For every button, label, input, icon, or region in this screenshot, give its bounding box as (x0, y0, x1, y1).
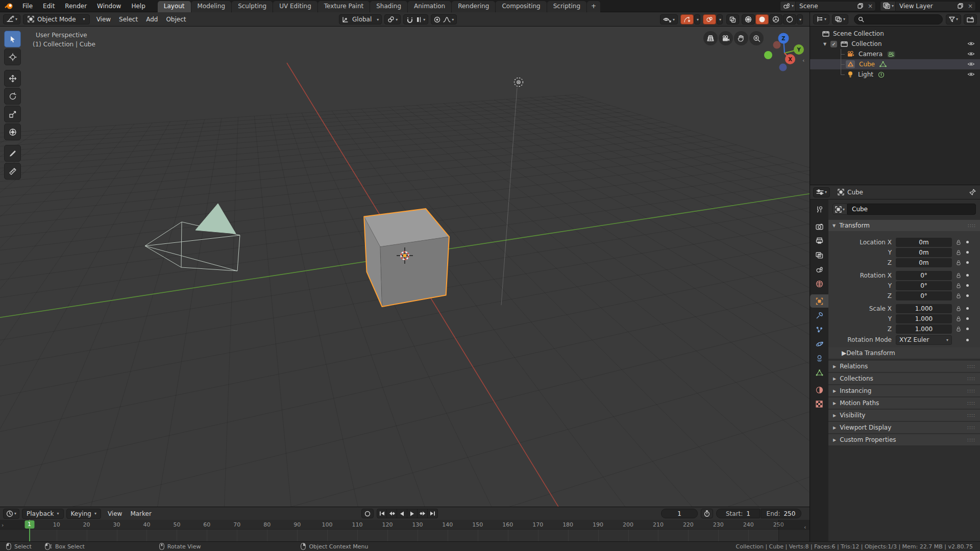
shading-solid-button[interactable] (755, 14, 769, 24)
overlays-dropdown[interactable]: ▾ (717, 14, 723, 24)
viewport-menu-view[interactable]: View (92, 16, 115, 23)
new-scene-icon[interactable] (855, 2, 865, 11)
tab-output[interactable] (810, 234, 828, 247)
lock-icon[interactable] (955, 272, 962, 279)
jump-to-start-button[interactable] (377, 509, 387, 518)
show-gizmo-toggle[interactable] (680, 14, 694, 24)
playhead-frame-label[interactable]: 1 (24, 520, 34, 529)
camera-object[interactable] (145, 204, 240, 271)
outliner-filter-view-layer-icon[interactable]: ▾ (832, 14, 848, 24)
tab-layout[interactable]: Layout (158, 1, 191, 12)
new-collection-button[interactable] (964, 14, 977, 24)
tab-animation[interactable]: Animation (408, 1, 451, 12)
prev-keyframe-button[interactable] (387, 509, 397, 518)
tab-sculpting[interactable]: Sculpting (232, 1, 273, 12)
outliner-filter-dropdown[interactable]: ▾ (946, 14, 961, 24)
panel-relations[interactable]: ▶Relations:::: (828, 361, 980, 372)
panel-viewport-display[interactable]: ▶Viewport Display:::: (828, 422, 980, 433)
snap-controls[interactable]: ▾ (403, 14, 428, 24)
transform-value-field[interactable]: 1.000 (896, 324, 952, 334)
timeline-track-area[interactable] (0, 530, 810, 542)
viewport-menu-object[interactable]: Object (162, 16, 190, 23)
gizmo-neg-z-ball[interactable] (779, 64, 787, 71)
scene-icon[interactable]: ▾ (780, 2, 796, 11)
properties-editor-type-button[interactable]: ▾ (813, 187, 830, 197)
scene-selector[interactable]: ▾ Scene × (780, 1, 876, 11)
delta-transform-subpanel[interactable]: ▶ Delta Transform (828, 347, 980, 359)
current-frame-field[interactable]: 1 (661, 509, 698, 518)
tab-scripting[interactable]: Scripting (547, 1, 586, 12)
object-name-field[interactable]: Cube (847, 204, 976, 215)
tab-texture[interactable] (810, 397, 828, 411)
transform-value-field[interactable]: 0m (896, 248, 952, 257)
jump-to-end-button[interactable] (428, 509, 438, 518)
animate-dot[interactable] (966, 317, 969, 320)
cube-object[interactable] (364, 209, 449, 307)
tab-scene[interactable] (810, 263, 828, 276)
timeline-expand-arrow-left[interactable]: › (2, 522, 4, 529)
record-button[interactable] (361, 509, 374, 518)
next-keyframe-button[interactable] (418, 509, 428, 518)
navigation-gizmo[interactable]: Z Y X (750, 31, 806, 78)
gizmo-neg-x-ball[interactable] (773, 41, 781, 49)
lock-icon[interactable] (955, 326, 962, 332)
outliner-display-mode-dropdown[interactable]: ▾ (813, 14, 829, 24)
transform-value-field[interactable]: 1.000 (896, 314, 952, 323)
lock-icon[interactable] (955, 283, 962, 289)
lock-icon[interactable] (955, 316, 962, 322)
grid-view-icon[interactable] (703, 31, 718, 45)
menu-edit[interactable]: Edit (38, 0, 60, 12)
tab-tool[interactable] (810, 203, 828, 216)
proportional-editing-controls[interactable]: ▾ (431, 14, 457, 24)
viewport-3d[interactable]: User Perspective (1) Collection | Cube (0, 27, 810, 507)
mesh-data-icon[interactable] (879, 61, 887, 67)
transform-value-field[interactable]: 0m (896, 258, 952, 267)
panel-drag-handle[interactable]: :::: (967, 425, 975, 430)
rotation-mode-dropdown[interactable]: XYZ Euler ▾ (896, 335, 952, 345)
tab-rendering[interactable]: Rendering (452, 1, 495, 12)
shading-dropdown[interactable]: ▾ (797, 14, 803, 24)
blender-logo-icon[interactable] (0, 2, 17, 10)
panel-drag-handle[interactable]: :::: (967, 388, 975, 393)
animate-dot[interactable] (966, 284, 969, 287)
tool-scale[interactable] (4, 106, 21, 122)
show-overlays-toggle[interactable] (703, 14, 716, 24)
frame-start-field[interactable]: Start:1 (716, 509, 760, 518)
outliner-row-camera[interactable]: Camera (810, 49, 980, 59)
transform-panel-header[interactable]: ▼ Transform :::: (828, 220, 980, 231)
transform-value-field[interactable]: 0° (896, 271, 952, 280)
hide-eye-icon[interactable] (967, 40, 975, 47)
panel-drag-handle[interactable]: :::: (967, 413, 975, 418)
lock-icon[interactable] (955, 239, 962, 245)
hide-eye-icon[interactable] (967, 51, 975, 57)
tool-cursor[interactable] (4, 48, 21, 65)
new-view-layer-icon[interactable] (955, 2, 965, 11)
animate-dot[interactable] (966, 294, 969, 297)
sidebar-collapse-arrow[interactable]: ‹ (802, 57, 804, 64)
viewport-menu-add[interactable]: Add (142, 16, 162, 23)
tab-texture-paint[interactable]: Texture Paint (318, 1, 370, 12)
play-reverse-button[interactable] (397, 509, 407, 518)
tab-object[interactable] (810, 294, 828, 308)
transform-value-field[interactable]: 0m (896, 238, 952, 247)
menu-file[interactable]: File (17, 0, 38, 12)
tab-particles[interactable] (810, 323, 828, 336)
animate-dot[interactable] (966, 241, 969, 243)
remove-view-layer-icon[interactable]: × (965, 2, 975, 11)
frame-end-field[interactable]: End:250 (761, 509, 801, 518)
tab-shading[interactable]: Shading (370, 1, 407, 12)
animate-dot[interactable] (966, 328, 969, 330)
gizmo-neg-y-ball[interactable] (764, 51, 772, 59)
tab-modeling[interactable]: Modeling (191, 1, 232, 12)
view-layer-selector[interactable]: ▾ View Layer × (880, 1, 976, 11)
panel-drag-handle[interactable]: :::: (968, 223, 976, 228)
tool-transform[interactable] (4, 123, 21, 140)
outliner-row-light[interactable]: Light (810, 69, 980, 80)
panel-drag-handle[interactable]: :::: (967, 400, 975, 406)
shading-rendered-button[interactable] (783, 14, 796, 24)
tab-constraints[interactable] (810, 352, 828, 365)
transform-orientation-dropdown[interactable]: Global ▾ (339, 14, 382, 24)
outliner-row-scene-collection[interactable]: Scene Collection (810, 29, 980, 39)
shading-material-button[interactable] (769, 14, 782, 24)
panel-drag-handle[interactable]: :::: (967, 364, 975, 369)
